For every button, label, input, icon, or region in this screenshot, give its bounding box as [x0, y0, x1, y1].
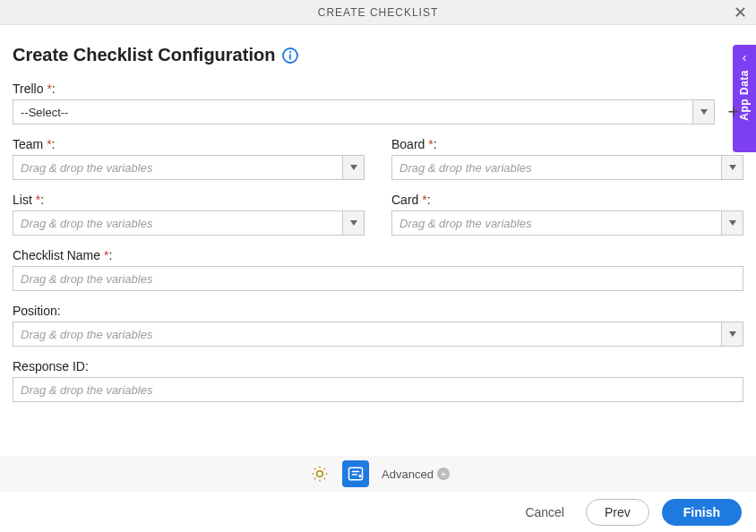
checklist-name-field-group: Checklist Name *:	[13, 248, 743, 291]
svg-marker-6	[350, 220, 357, 226]
settings-gear-icon[interactable]	[306, 460, 333, 487]
position-text-input[interactable]	[13, 322, 722, 347]
list-input[interactable]	[13, 210, 365, 236]
svg-marker-5	[729, 165, 736, 170]
svg-marker-3	[700, 109, 708, 115]
dialog-header: CREATE CHECKLIST ✕	[0, 0, 756, 25]
svg-rect-2	[289, 54, 291, 59]
card-dropdown-button[interactable]	[722, 210, 743, 236]
list-dropdown-button[interactable]	[343, 210, 365, 236]
team-dropdown-button[interactable]	[343, 155, 365, 180]
card-text-input[interactable]	[391, 210, 722, 236]
advanced-toggle[interactable]: Advanced +	[382, 468, 450, 481]
board-dropdown-button[interactable]	[722, 155, 743, 180]
team-input[interactable]	[13, 155, 365, 180]
trello-label: Trello *:	[13, 82, 743, 96]
checklist-name-input[interactable]	[13, 266, 743, 291]
svg-point-1	[289, 51, 291, 53]
svg-marker-4	[350, 165, 357, 170]
page-title: Create Checklist Configuration	[13, 45, 275, 65]
svg-marker-7	[729, 220, 736, 226]
checklist-name-label: Checklist Name *:	[13, 248, 743, 262]
list-field-group: List *:	[13, 193, 365, 236]
card-label: Card *:	[391, 193, 743, 207]
trello-field-group: Trello *: +	[13, 82, 743, 124]
position-label: Position:	[13, 304, 743, 318]
board-text-input[interactable]	[391, 155, 722, 180]
svg-rect-9	[349, 468, 363, 479]
plus-circle-icon: +	[437, 468, 450, 480]
team-field-group: Team *:	[13, 137, 365, 180]
list-text-input[interactable]	[13, 210, 343, 236]
dialog-title: CREATE CHECKLIST	[318, 6, 438, 19]
position-field-group: Position:	[13, 304, 743, 347]
position-input[interactable]	[13, 322, 743, 347]
info-icon[interactable]	[282, 47, 298, 64]
response-id-field-group: Response ID:	[13, 359, 743, 402]
trello-dropdown-button[interactable]	[693, 99, 715, 124]
footer-actions: Cancel Prev Finish	[0, 492, 756, 532]
response-id-input[interactable]	[13, 377, 743, 402]
position-dropdown-button[interactable]	[722, 322, 743, 347]
board-input[interactable]	[391, 155, 743, 180]
team-label: Team *:	[13, 137, 365, 151]
add-connection-icon[interactable]: +	[724, 102, 743, 122]
trello-select[interactable]	[13, 99, 715, 124]
finish-button[interactable]: Finish	[662, 499, 742, 526]
response-id-label: Response ID:	[13, 359, 743, 373]
cancel-button[interactable]: Cancel	[516, 500, 573, 525]
close-icon[interactable]: ✕	[734, 4, 747, 21]
prev-button[interactable]: Prev	[586, 499, 649, 526]
list-label: List *:	[13, 193, 365, 207]
form-view-icon[interactable]	[342, 460, 369, 487]
bottom-toolbar: Advanced +	[0, 456, 756, 492]
board-label: Board *:	[391, 137, 743, 151]
card-input[interactable]	[391, 210, 743, 236]
trello-select-input[interactable]	[13, 99, 693, 124]
board-field-group: Board *:	[391, 137, 743, 180]
svg-marker-8	[729, 331, 736, 337]
form-body: Create Checklist Configuration Trello *:…	[0, 25, 756, 456]
advanced-label: Advanced	[382, 468, 434, 481]
card-field-group: Card *:	[391, 193, 743, 236]
team-text-input[interactable]	[13, 155, 343, 180]
page-title-row: Create Checklist Configuration	[13, 45, 743, 65]
